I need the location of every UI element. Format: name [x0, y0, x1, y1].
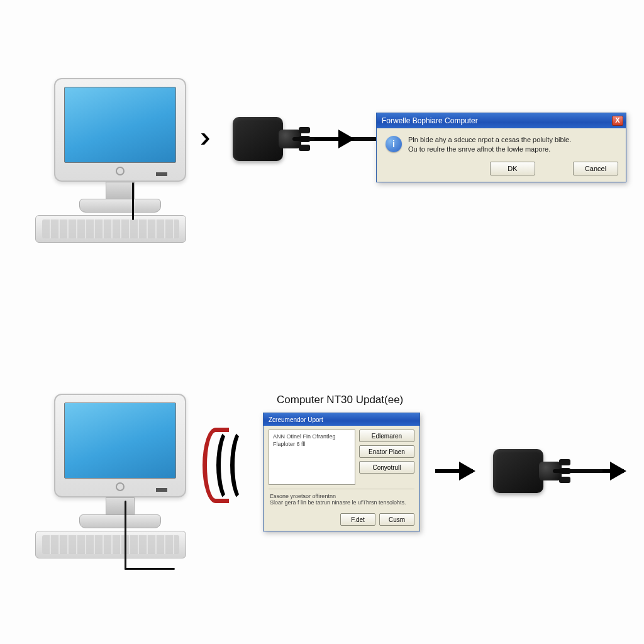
update-listbox[interactable]: ANN Otinel Fin Ofrantleg Flaploter 6 fll — [269, 430, 355, 485]
wireless-signal-icon — [203, 428, 259, 503]
dialog-top: Forwelle Bophiare Computer X i Pln bide … — [376, 113, 626, 182]
adapter-top — [233, 114, 292, 164]
dialog-bottom: Zcreumendor Uport ANN Otinel Fin Ofrantl… — [263, 413, 420, 531]
monitor-logo — [116, 482, 125, 491]
cancel-button[interactable]: Cancel — [573, 162, 618, 175]
dialog-top-line1: Pln bide ahy a sdcuce nrpot a cesas the … — [408, 136, 571, 143]
arrow-right-end — [602, 469, 624, 473]
ok-button[interactable]: DK — [490, 162, 535, 175]
dialog-top-titlebar[interactable]: Forwelle Bophiare Computer X — [377, 113, 626, 128]
close-icon[interactable]: X — [612, 116, 623, 126]
cable-bottom-v — [125, 501, 126, 570]
monitor-base — [79, 199, 161, 213]
side-button-1[interactable]: Edlemaren — [359, 430, 414, 442]
usb-port — [156, 488, 167, 492]
monitor-stand — [106, 182, 135, 201]
monitor — [54, 394, 186, 497]
monitor-screen — [64, 87, 176, 163]
double-arrow-icon: ›› — [200, 119, 202, 153]
dialog-top-line2: Ou to reulre the snrve aflnot the lowle … — [408, 145, 571, 153]
monitor-base — [79, 514, 161, 528]
monitor-logo — [116, 167, 125, 175]
cable-top — [132, 182, 134, 220]
computer-bottom — [35, 394, 205, 557]
arrow-right-top — [314, 137, 352, 141]
info-icon: i — [386, 136, 402, 152]
section-title: Computer NT30 Updat(ee) — [277, 394, 403, 406]
dialog-bottom-titlebar[interactable]: Zcreumendor Uport — [264, 413, 419, 426]
computer-top — [35, 78, 205, 242]
dialog-bottom-title: Zcreumendor Uport — [269, 416, 323, 423]
adapter-bottom — [493, 447, 553, 496]
dialog-top-title: Forwelle Bophiare Computer — [382, 116, 478, 125]
cable-bottom-h — [125, 568, 175, 570]
side-button-2[interactable]: Enator Plaen — [359, 445, 414, 458]
keyboard — [35, 531, 186, 558]
list-item: Flaploter 6 fll — [273, 440, 351, 448]
ok-button[interactable]: F.det — [340, 513, 375, 526]
monitor — [54, 78, 186, 182]
monitor-screen — [64, 402, 176, 479]
footer-text: Sloar gera f lin be tatrun ninasre le uf… — [270, 499, 413, 506]
cancel-button[interactable]: Cusm — [379, 513, 414, 526]
keyboard — [35, 215, 186, 243]
side-button-3[interactable]: Conyotrull — [359, 461, 414, 474]
usb-port — [156, 172, 167, 176]
footer-heading: Essone yroetsor offirentnn — [270, 493, 413, 499]
arrow-right-mid — [435, 469, 473, 473]
list-item: ANN Otinel Fin Ofrantleg — [273, 433, 351, 440]
monitor-stand — [106, 497, 135, 516]
